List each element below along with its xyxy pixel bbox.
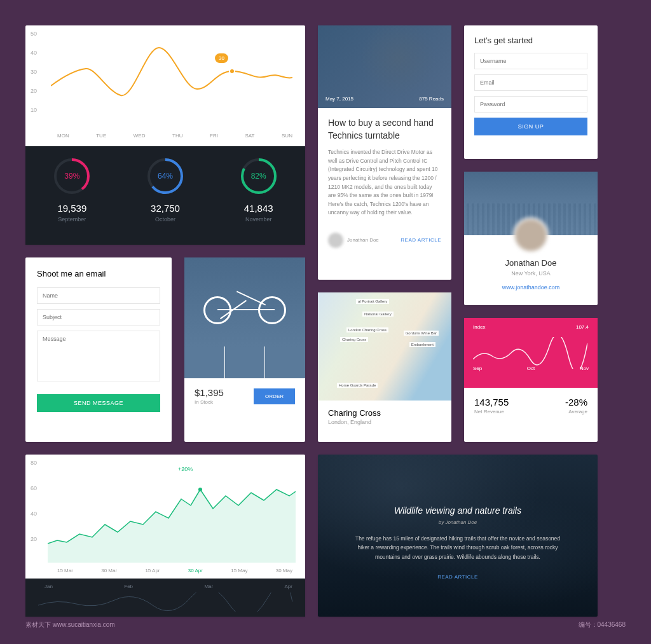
overview-strip[interactable]: JanFebMarApr: [25, 579, 305, 617]
stock-status: In Stock: [195, 399, 224, 405]
map-poi: Gordons Wine Bar: [404, 331, 439, 336]
profile-card: Jonathan Doe New York, USA www.jonathand…: [464, 172, 598, 305]
gauge-value: 19,539: [25, 203, 119, 214]
x-tick-active: 30 Apr: [188, 568, 203, 573]
y-tick: 20: [31, 88, 37, 94]
delta-value: -28%: [565, 397, 587, 408]
gauge-november: 82%: [238, 156, 279, 196]
map-title: Charing Cross: [328, 408, 441, 418]
article-hero-image: May 7, 2015875 Reads: [318, 25, 451, 108]
author-name: Jonathan Doe: [347, 237, 401, 243]
product-card: $1,395In Stock ORDER: [184, 257, 305, 442]
map-poi: Charing Cross: [340, 337, 368, 342]
overview-month: Jan: [45, 584, 53, 589]
revenue-card: Index107.4 SepOctNov 143,755Net Revenue …: [464, 318, 598, 442]
y-tick: 10: [31, 107, 37, 113]
article-reads: 875 Reads: [419, 96, 444, 102]
article-title: How to buy a second hand Technics turnta…: [328, 117, 441, 142]
email-form-card: Shoot me an email SEND MESSAGE: [25, 257, 172, 442]
product-image: [184, 257, 305, 346]
page-footer: 素材天下 www.sucaitianxia.com 编号：04436468: [25, 620, 626, 629]
gauge-value: 32,750: [119, 203, 212, 214]
article-card: May 7, 2015875 Reads How to buy a second…: [318, 25, 451, 280]
profile-url-link[interactable]: www.jonathandoe.com: [502, 284, 560, 291]
overview-month: Feb: [124, 584, 133, 589]
x-tick: 15 Apr: [145, 568, 160, 573]
y-tick: 30: [31, 69, 37, 75]
area-chart: 80 60 40 20 +20% 15 Mar 30 Mar 15 Apr 30…: [25, 455, 305, 579]
index-label: Index: [473, 324, 486, 330]
map-poi: London Charing Cross: [346, 327, 388, 332]
x-tick: SUN: [282, 133, 292, 139]
x-tick: 30 May: [276, 568, 292, 573]
svg-point-7: [198, 488, 202, 491]
footer-id: 编号：04436468: [579, 620, 626, 629]
gauge-october: 64%: [145, 156, 186, 196]
message-textarea[interactable]: [37, 331, 160, 381]
y-tick: 40: [31, 50, 37, 56]
y-tick: 80: [31, 460, 37, 466]
x-tick: TUE: [96, 133, 106, 139]
email-input[interactable]: [474, 74, 587, 91]
author-avatar: [328, 233, 343, 248]
gauge-september: 39%: [51, 156, 92, 196]
map-view[interactable]: al Portrait Gallery National Gallery Lon…: [318, 292, 451, 401]
signup-card: Let's get started SIGN UP: [464, 25, 598, 159]
profile-avatar: [513, 217, 549, 253]
order-button[interactable]: ORDER: [254, 388, 295, 404]
gauges-row: 39%19,539September 64%32,750October 82%4…: [25, 146, 305, 245]
password-input[interactable]: [474, 96, 587, 113]
x-tick: 15 Mar: [57, 568, 73, 573]
map-subtitle: London, England: [328, 419, 441, 425]
x-tick: FRI: [210, 133, 218, 139]
map-poi: National Gallery: [362, 312, 394, 317]
y-tick: 40: [31, 510, 37, 517]
revenue-label: Net Revenue: [474, 409, 509, 414]
overview-month: Mar: [204, 584, 213, 589]
gauge-label: November: [212, 216, 305, 223]
x-tick: WED: [134, 133, 146, 139]
x-tick: 30 Mar: [101, 568, 117, 573]
x-tick: 15 May: [231, 568, 247, 573]
nature-body: The refuge has 15 miles of designated hi…: [350, 534, 566, 561]
article-body: Technics invented the Direct Drive Motor…: [328, 148, 441, 217]
signup-title: Let's get started: [474, 36, 587, 45]
map-poi: al Portrait Gallery: [356, 299, 389, 304]
area-chart-card: 80 60 40 20 +20% 15 Mar 30 Mar 15 Apr 30…: [25, 455, 305, 617]
nature-article-card: Wildlife viewing and nature trails by Jo…: [318, 455, 598, 617]
y-tick: 20: [31, 536, 37, 542]
send-message-button[interactable]: SEND MESSAGE: [37, 394, 160, 412]
nature-read-link[interactable]: READ ARTICLE: [437, 574, 478, 580]
nature-title: Wildlife viewing and nature trails: [350, 505, 566, 516]
overview-month: Apr: [285, 584, 292, 589]
data-marker: 30: [215, 53, 228, 63]
profile-name: Jonathan Doe: [464, 258, 598, 268]
y-tick: 60: [31, 485, 37, 491]
delta-label: Average: [565, 409, 587, 414]
email-form-title: Shoot me an email: [37, 269, 160, 278]
read-article-link[interactable]: READ ARTICLE: [401, 237, 441, 243]
signup-button[interactable]: SIGN UP: [474, 118, 587, 135]
y-tick: 50: [31, 31, 37, 37]
product-price: $1,395: [195, 387, 224, 398]
x-tick: SAT: [245, 133, 255, 139]
map-poi: Embankment: [409, 342, 435, 347]
username-input[interactable]: [474, 53, 587, 69]
name-input[interactable]: [37, 287, 160, 304]
subject-input[interactable]: [37, 309, 160, 325]
nature-byline: by Jonathan Doe: [350, 519, 566, 525]
index-value: 107.4: [576, 324, 589, 330]
line-chart: 50 40 30 20 10 30 MON TUE WED THU FRI SA…: [25, 25, 305, 146]
footer-source: 素材天下 www.sucaitianxia.com: [25, 620, 115, 629]
x-tick: MON: [57, 133, 69, 139]
x-tick: THU: [172, 133, 182, 139]
gauge-value: 41,843: [212, 203, 305, 214]
gauge-label: September: [25, 216, 119, 223]
map-poi: Horse Guards Parade: [337, 383, 378, 388]
svg-point-0: [230, 69, 235, 74]
profile-location: New York, USA: [464, 270, 598, 277]
article-date: May 7, 2015: [326, 96, 353, 102]
product-thumbnails[interactable]: [184, 346, 305, 378]
map-card: al Portrait Gallery National Gallery Lon…: [318, 292, 451, 442]
weekly-analytics-card: 50 40 30 20 10 30 MON TUE WED THU FRI SA…: [25, 25, 305, 245]
